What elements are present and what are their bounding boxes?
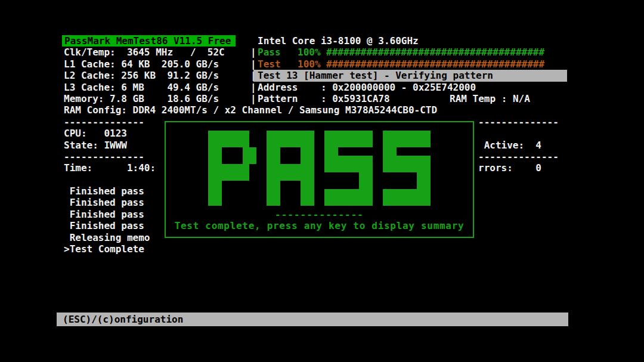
l1-cache-value: L1 Cache: 64 KB 205.0 GB/s (64, 58, 225, 70)
pass-art-cell (338, 189, 345, 197)
pass-art-cell (332, 139, 339, 147)
pass-art-cell (345, 156, 352, 164)
log-entry: Finished pass (64, 220, 144, 231)
pass-art-cell (308, 131, 315, 139)
pass-art-cell (366, 147, 373, 156)
memory-value: Memory: 7.8 GB 18.6 GB/s (64, 93, 225, 104)
pass-art-cell (294, 139, 301, 147)
pass-art-cell (352, 181, 359, 189)
pass-art-cell (383, 131, 390, 139)
pass-art-cell (222, 164, 229, 172)
pass-art-cell (301, 156, 308, 164)
error-count: rrors: 0 (478, 162, 541, 174)
pass-art-letter (208, 131, 256, 206)
pass-art-cell (389, 131, 397, 139)
pass-art-cell (366, 181, 373, 189)
pass-art-cell (417, 172, 424, 181)
pass-art-cell (308, 197, 315, 206)
pass-art-cell (267, 197, 274, 206)
pass-art-cell (383, 139, 390, 147)
pass-art-cell (222, 172, 229, 181)
pass-art-cell (424, 139, 431, 147)
pass-art-cell (424, 156, 431, 164)
pass-art-cell (403, 164, 410, 172)
pass-art-cell (397, 164, 404, 172)
pass-art-cell (280, 156, 287, 164)
pass-art-cell (397, 147, 404, 156)
pass-art-cell (229, 147, 236, 156)
pass-art-cell (424, 164, 431, 172)
pass-art-cell (359, 139, 366, 147)
pass-art-cell (332, 181, 339, 189)
pass-progress-bar: ###################################### (326, 47, 544, 58)
ram-config-value: RAM Config: DDR4 2400MT/s / x2 Channel /… (64, 104, 437, 116)
pass-art-cell (338, 131, 345, 139)
pass-art-cell (403, 197, 410, 206)
pass-art-cell (410, 139, 417, 147)
pass-art-cell (383, 197, 390, 206)
pass-art-cell (287, 189, 294, 197)
pass-art-cell (243, 156, 250, 164)
test-progress: Test100%################################… (258, 58, 544, 70)
pass-art-cell (229, 189, 236, 197)
pass-art-cell (403, 131, 410, 139)
pass-art-cell (352, 131, 359, 139)
pass-art-cell (417, 139, 424, 147)
pass-art-cell (243, 139, 250, 147)
pass-art-cell (267, 131, 274, 139)
pass-art-cell (287, 164, 294, 172)
pass-art-cell (222, 156, 229, 164)
pass-art-cell (222, 197, 229, 206)
pass-art-cell (236, 181, 243, 189)
pass-art-cell (410, 147, 417, 156)
pass-art-cell (359, 189, 366, 197)
pass-art-cell (229, 164, 236, 172)
pass-art-cell (229, 156, 236, 164)
pass-art-cell (243, 147, 250, 156)
pass-art-cell (417, 156, 424, 164)
pass-art-cell (208, 189, 215, 197)
pass-art-cell (397, 172, 404, 181)
pass-art-cell (287, 197, 294, 206)
pass-art-cell (294, 172, 301, 181)
pass-art-cell (308, 156, 315, 164)
pass-art-cell (267, 189, 274, 197)
pass-art-cell (338, 164, 345, 172)
pass-art-cell (215, 172, 222, 181)
pass-art-cell (338, 147, 345, 156)
pass-art-cell (332, 156, 339, 164)
pattern-value: Pattern : 0x5931CA78 (258, 93, 390, 104)
pass-art-cell (424, 147, 431, 156)
pass-art-cell (249, 156, 256, 164)
pass-art-cell (222, 131, 229, 139)
pass-art-cell (332, 147, 339, 156)
pass-art-letter (267, 131, 315, 206)
pass-art-cell (287, 147, 294, 156)
pass-result-box: -------------- Test complete, press any … (165, 121, 474, 238)
pass-art-cell (243, 181, 250, 189)
pass-art-cell (417, 164, 424, 172)
pass-art-cell (308, 147, 315, 156)
pass-art-cell (294, 131, 301, 139)
pass-art-cell (208, 156, 215, 164)
pass-art-cell (424, 172, 431, 181)
pass-art-cell (294, 197, 301, 206)
pass-art-cell (287, 139, 294, 147)
pass-art-cell (397, 139, 404, 147)
pass-art-cell (243, 131, 250, 139)
pass-art-cell (424, 197, 431, 206)
pass-art-cell (410, 156, 417, 164)
pass-art-cell (359, 156, 366, 164)
pass-art-cell (383, 181, 390, 189)
pass-art-cell (352, 164, 359, 172)
pass-art-cell (332, 189, 339, 197)
pass-art-cell (389, 181, 397, 189)
pass-art-cell (294, 147, 301, 156)
pass-art-cell (324, 147, 332, 156)
column-separator: | (250, 58, 256, 70)
app-title-badge: PassMark MemTest86 V11.5 Free (62, 35, 236, 47)
pass-art-cell (294, 189, 301, 197)
test-complete-message: Test complete, press any key to display … (166, 220, 473, 231)
pass-art-cell (273, 189, 280, 197)
pass-art-cell (338, 197, 345, 206)
